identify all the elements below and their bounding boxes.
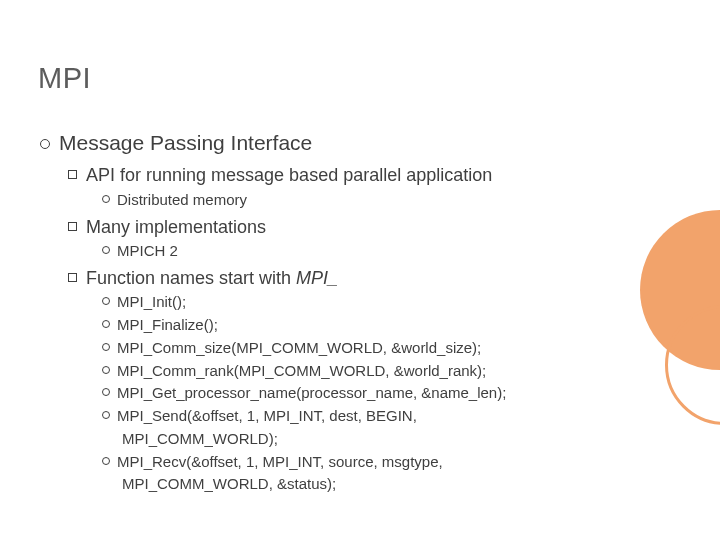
- bullet-level3: MPI_Comm_size(MPI_COMM_WORLD, &world_siz…: [102, 339, 640, 358]
- text: MPI_Init();: [117, 293, 186, 310]
- bullet-level2: Function names start with MPI_: [68, 267, 640, 290]
- bullet-circle-icon: [102, 195, 110, 203]
- bullet-level1: Message Passing Interface: [40, 130, 640, 156]
- bullet-square-icon: [68, 170, 77, 179]
- bullet-level3-continuation: MPI_COMM_WORLD);: [122, 430, 640, 449]
- bullet-level3: Distributed memory: [102, 191, 640, 210]
- text: Message Passing Interface: [59, 131, 312, 154]
- bullet-level3: MPI_Recv(&offset, 1, MPI_INT, source, ms…: [102, 453, 640, 472]
- text: Many implementations: [86, 217, 266, 237]
- bullet-level3: MPI_Init();: [102, 293, 640, 312]
- text: MPI_COMM_WORLD, &status);: [122, 475, 336, 492]
- bullet-level3: MPI_Finalize();: [102, 316, 640, 335]
- bullet-circle-icon: [102, 411, 110, 419]
- text: MPI_Finalize();: [117, 316, 218, 333]
- bullet-square-icon: [68, 273, 77, 282]
- text: MPI_Recv(&offset, 1, MPI_INT, source, ms…: [117, 453, 443, 470]
- bullet-level3-continuation: MPI_COMM_WORLD, &status);: [122, 475, 640, 494]
- text-emph: MPI_: [296, 268, 338, 288]
- bullet-circle-icon: [102, 320, 110, 328]
- text: API for running message based parallel a…: [86, 165, 492, 185]
- text: Distributed memory: [117, 191, 247, 208]
- bullet-circle-icon: [102, 246, 110, 254]
- bullet-circle-icon: [102, 388, 110, 396]
- bullet-level3: MPI_Get_processor_name(processor_name, &…: [102, 384, 640, 403]
- bullet-circle-icon: [102, 343, 110, 351]
- bullet-square-icon: [68, 222, 77, 231]
- bullet-circle-icon: [102, 297, 110, 305]
- decorative-circles: [660, 200, 720, 430]
- text: MPI_Send(&offset, 1, MPI_INT, dest, BEGI…: [117, 407, 417, 424]
- bullet-level3: MPI_Send(&offset, 1, MPI_INT, dest, BEGI…: [102, 407, 640, 426]
- bullet-level3: MPICH 2: [102, 242, 640, 261]
- text: MPI_COMM_WORLD);: [122, 430, 278, 447]
- text: MPI_Comm_size(MPI_COMM_WORLD, &world_siz…: [117, 339, 481, 356]
- bullet-circle-icon: [102, 457, 110, 465]
- slide-body: Message Passing Interface API for runnin…: [40, 130, 640, 498]
- bullet-level3: MPI_Comm_rank(MPI_COMM_WORLD, &world_ran…: [102, 362, 640, 381]
- slide-title: MPI: [38, 62, 91, 95]
- bullet-level2: Many implementations: [68, 216, 640, 239]
- text: Function names start with: [86, 268, 296, 288]
- text: MPI_Get_processor_name(processor_name, &…: [117, 384, 506, 401]
- bullet-circle-icon: [40, 139, 50, 149]
- bullet-level2: API for running message based parallel a…: [68, 164, 640, 187]
- text: MPICH 2: [117, 242, 178, 259]
- text: MPI_Comm_rank(MPI_COMM_WORLD, &world_ran…: [117, 362, 486, 379]
- bullet-circle-icon: [102, 366, 110, 374]
- slide: MPI Message Passing Interface API for ru…: [0, 0, 720, 540]
